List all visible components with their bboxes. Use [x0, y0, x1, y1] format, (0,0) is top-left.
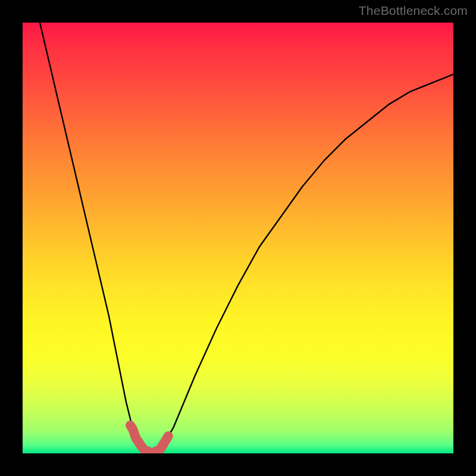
watermark-label: TheBottleneck.com: [359, 4, 468, 18]
chart-svg: [23, 23, 453, 453]
plot-area: [23, 23, 453, 453]
chart-frame: TheBottleneck.com: [0, 0, 476, 476]
optimal-band-marker: [130, 425, 168, 453]
bottleneck-curve: [40, 23, 453, 453]
